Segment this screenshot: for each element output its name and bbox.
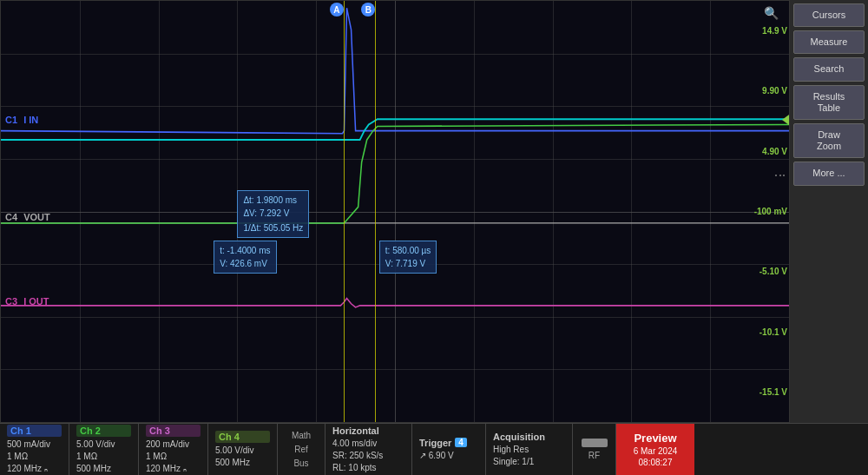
horizontal-status[interactable]: Horizontal 4.00 ms/div SR: 250 kS/s RL: … [326, 424, 412, 475]
ch2-div: 5.00 V/div [76, 439, 131, 451]
ch2-trace [1, 119, 789, 140]
cursor-dv: ΔV: 7.292 V [243, 207, 303, 220]
horizontal-values: 4.00 ms/div SR: 250 kS/s RL: 10 kpts [332, 438, 404, 474]
draw-zoom-button[interactable]: DrawZoom [793, 123, 865, 158]
cursor-a-t: t: -1.4000 ms [220, 244, 270, 257]
ch4-status[interactable]: Ch 4 5.00 V/div 500 MHz [208, 424, 278, 475]
cursors-button[interactable]: Cursors [793, 3, 865, 27]
acquisition-status[interactable]: Acquisition High Res Single: 1/1 [486, 424, 573, 475]
search-button[interactable]: Search [793, 57, 865, 81]
ch1-impedance: 1 MΩ [7, 451, 62, 463]
horizontal-title: Horizontal [332, 426, 404, 436]
cursor-delta-box: Δt: 1.9800 ms ΔV: 7.292 V 1/Δt: 505.05 H… [237, 190, 309, 238]
ch2-status-values: 5.00 V/div 1 MΩ 500 MHz [76, 439, 131, 475]
ch1-name: I IN [23, 115, 38, 125]
trigger-channel-badge: 4 [455, 438, 467, 447]
magnifier-icon: 🔍 [764, 6, 779, 20]
preview-time: 08:08:27 [639, 458, 673, 467]
h-rl: RL: 10 kpts [332, 462, 404, 474]
ch3-status-label: Ch 3 [146, 425, 201, 437]
results-table-button[interactable]: ResultsTable [793, 85, 865, 120]
cursor-b-label: B [365, 5, 372, 15]
ch4-div: 5.00 V/div [215, 445, 270, 457]
cursor-a-marker: A [330, 3, 344, 16]
ch4-status-values: 5.00 V/div 500 MHz [215, 445, 270, 469]
ch3-bw: 120 MHz ₙ [146, 463, 201, 475]
rf-indicator [582, 439, 608, 447]
ch2-status[interactable]: Ch 2 5.00 V/div 1 MΩ 500 MHz [69, 424, 139, 475]
rf-label: RF [589, 451, 600, 460]
three-dots-menu[interactable]: ⋮ [773, 169, 787, 181]
ch3-trace [1, 299, 789, 307]
ch1-status-values: 500 mA/div 1 MΩ 120 MHz ₙ [7, 439, 62, 475]
ch4-status-label: Ch 4 [215, 431, 270, 443]
scope-screen: 14.9 V 9.90 V 4.90 V -100 mV -5.10 V -10… [0, 0, 790, 423]
h-sr: SR: 250 kS/s [332, 450, 404, 462]
ch1-id: C1 [5, 115, 17, 125]
trigger-slope: ↗ 6.90 V [419, 450, 478, 462]
cursor-a-v: V: 426.6 mV [220, 257, 270, 270]
math-label: Math [292, 429, 311, 443]
cursor-b-v: V: 7.719 V [385, 257, 431, 270]
bottom-bar: Ch 1 500 mA/div 1 MΩ 120 MHz ₙ Ch 2 5.00… [0, 423, 868, 475]
ch1-status-label: Ch 1 [7, 425, 62, 437]
cursor-a-info-box: t: -1.4000 ms V: 426.6 mV [214, 241, 276, 274]
right-panel: Cursors Measure Search ResultsTable Draw… [790, 0, 868, 423]
preview-button[interactable]: Preview 6 Mar 2024 08:08:27 [616, 424, 694, 475]
cursor-b-info-box: t: 580.00 µs V: 7.719 V [379, 241, 437, 274]
math-ref-bus[interactable]: Math Ref Bus [278, 424, 326, 475]
bus-label: Bus [293, 457, 308, 471]
acq-values: High Res Single: 1/1 [493, 444, 565, 468]
measure-button[interactable]: Measure [793, 30, 865, 54]
preview-label: Preview [634, 432, 676, 445]
ch3-label: C3 I OUT [5, 296, 49, 307]
cursor-inv-dt: 1/Δt: 505.05 Hz [243, 221, 303, 234]
ch3-name: I OUT [23, 296, 49, 307]
ch3-impedance: 1 MΩ [146, 451, 201, 463]
ch1-div: 500 mA/div [7, 439, 62, 451]
ch1-trace [1, 8, 789, 133]
cursor-a-label: A [333, 5, 339, 15]
cursor-a-line [344, 1, 345, 422]
trigger-status[interactable]: Trigger 4 ↗ 6.90 V [412, 424, 486, 475]
cursor-dt: Δt: 1.9800 ms [243, 194, 303, 207]
preview-date: 6 Mar 2024 [634, 446, 678, 456]
main-area: 14.9 V 9.90 V 4.90 V -100 mV -5.10 V -10… [0, 0, 868, 423]
ch3-status[interactable]: Ch 3 200 mA/div 1 MΩ 120 MHz ₙ [139, 424, 208, 475]
ch2-impedance: 1 MΩ [76, 451, 131, 463]
ch2-bw: 500 MHz [76, 463, 131, 475]
traces-svg [1, 1, 789, 422]
ch3-div: 200 mA/div [146, 439, 201, 451]
h-time-div: 4.00 ms/div [332, 438, 404, 450]
acq-title: Acquisition [493, 432, 565, 442]
acq-single: Single: 1/1 [493, 456, 565, 468]
ch4-label: C4 VOUT [5, 212, 50, 222]
ref-label: Ref [294, 443, 308, 457]
trigger-title: Trigger 4 [419, 438, 478, 448]
cursor-b-line [375, 1, 376, 422]
acq-mode: High Res [493, 444, 565, 456]
ch1-bw: 120 MHz ₙ [7, 463, 62, 475]
rf-area: RF [573, 424, 616, 475]
cursor-b-t: t: 580.00 µs [385, 244, 431, 257]
ch4-name: VOUT [23, 212, 50, 222]
more-button[interactable]: More ... [793, 162, 865, 185]
ch2-status-label: Ch 2 [76, 425, 131, 437]
ch4-bw: 500 MHz [215, 457, 270, 469]
ch3-status-values: 200 mA/div 1 MΩ 120 MHz ₙ [146, 439, 201, 475]
ch1-status[interactable]: Ch 1 500 mA/div 1 MΩ 120 MHz ₙ [0, 424, 69, 475]
ch4-id: C4 [5, 212, 17, 222]
trigger-arrow [782, 115, 789, 125]
trigger-values: ↗ 6.90 V [419, 450, 478, 462]
ch1-label: C1 I IN [5, 115, 38, 125]
ch3-id: C3 [5, 296, 17, 307]
